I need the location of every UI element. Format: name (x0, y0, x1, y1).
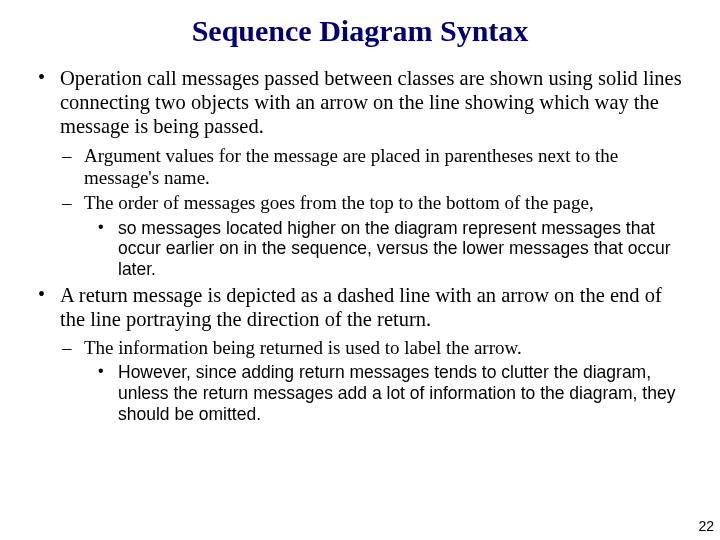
page-number: 22 (698, 518, 714, 534)
bullet-l1: Operation call messages passed between c… (36, 66, 690, 139)
slide-title: Sequence Diagram Syntax (0, 0, 720, 66)
bullet-l1: A return message is depicted as a dashed… (36, 283, 690, 331)
bullet-l2: The information being returned is used t… (60, 337, 690, 359)
bullet-l2: The order of messages goes from the top … (60, 192, 690, 214)
slide-content: Operation call messages passed between c… (0, 66, 720, 424)
bullet-l3: so messages located higher on the diagra… (96, 218, 690, 280)
bullet-l3: However, since adding return messages te… (96, 362, 690, 424)
bullet-l2: Argument values for the message are plac… (60, 145, 690, 190)
